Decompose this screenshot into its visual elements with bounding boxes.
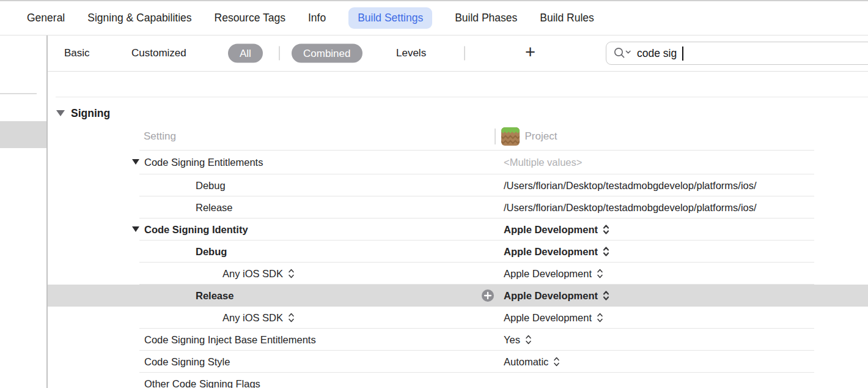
up-down-chevrons-icon[interactable] (525, 334, 532, 345)
column-divider (495, 129, 496, 144)
editor-pane: + code sig BasicCustomizedAllCombinedLev… (48, 35, 868, 388)
up-down-chevrons-icon[interactable] (597, 312, 603, 323)
build-settings-toolbar: + code sig BasicCustomizedAllCombinedLev… (48, 35, 868, 72)
toolbar-separator (279, 47, 280, 61)
up-down-chevrons-icon[interactable] (288, 268, 295, 279)
tab-build-phases[interactable]: Build Phases (455, 12, 517, 24)
up-down-chevrons-icon[interactable] (603, 224, 609, 235)
filter-all[interactable]: All (228, 44, 263, 63)
setting-label: Other Code Signing Flags (144, 378, 260, 388)
tab-signing-capabilities[interactable]: Signing & Capabilities (87, 12, 191, 24)
setting-value[interactable]: Apple Development (504, 246, 598, 258)
table-row[interactable]: Release /Users/florian/Desktop/testadmob… (48, 196, 868, 218)
search-input[interactable]: code sig (637, 47, 677, 60)
setting-label: Code Signing Inject Base Entitlements (144, 334, 316, 346)
setting-value[interactable]: Automatic (504, 356, 548, 368)
column-header-project-label: Project (525, 130, 557, 143)
setting-label: Code Signing Entitlements (144, 157, 263, 168)
settings-rows: Code Signing Entitlements <Multiple valu… (48, 150, 868, 388)
setting-value[interactable]: Apple Development (504, 224, 598, 236)
search-icon[interactable] (612, 47, 632, 60)
setting-value[interactable]: Yes (504, 334, 520, 346)
tab-bar: GeneralSigning & CapabilitiesResource Ta… (0, 0, 868, 35)
project-app-icon (501, 127, 520, 146)
toolbar-separator (464, 47, 465, 61)
column-header-setting: Setting (144, 127, 176, 146)
table-row[interactable]: Debug /Users/florian/Desktop/testadmobgd… (48, 174, 868, 196)
setting-value[interactable]: /Users/florian/Desktop/testadmobgdevelop… (504, 202, 757, 214)
setting-value[interactable]: Apple Development (504, 290, 598, 302)
column-header-project: Project (495, 127, 557, 146)
setting-label: Any iOS SDK (223, 268, 283, 280)
build-settings-table: Signing Setting Project (48, 72, 868, 388)
disclosure-triangle-icon[interactable] (132, 159, 139, 165)
plus-circle-icon[interactable] (482, 289, 494, 302)
section-header-signing[interactable]: Signing (56, 105, 110, 122)
tab-build-settings[interactable]: Build Settings (348, 7, 432, 29)
setting-value[interactable]: <Multiple values> (504, 157, 582, 168)
disclosure-triangle-icon[interactable] (132, 226, 139, 232)
setting-value[interactable]: Apple Development (504, 312, 592, 324)
tab-build-rules[interactable]: Build Rules (540, 12, 594, 24)
table-row[interactable]: Code Signing Style Automatic (48, 351, 868, 373)
setting-label: Debug (196, 246, 227, 258)
text-caret (682, 47, 683, 61)
setting-value[interactable]: /Users/florian/Desktop/testadmobgdevelop… (504, 180, 757, 192)
table-row[interactable]: Code Signing Inject Base Entitlements Ye… (48, 329, 868, 351)
setting-label: Code Signing Style (144, 356, 230, 368)
filter-basic[interactable]: Basic (64, 47, 90, 59)
table-row[interactable]: Code Signing Entitlements <Multiple valu… (48, 150, 868, 174)
section-divider (56, 97, 868, 97)
sidebar-divider (0, 93, 37, 94)
setting-label: Any iOS SDK (223, 312, 283, 324)
navigator-strip (0, 35, 48, 388)
setting-label: Release (196, 290, 234, 302)
setting-label: Code Signing Identity (144, 224, 248, 236)
up-down-chevrons-icon[interactable] (553, 356, 560, 367)
section-title: Signing (71, 107, 110, 120)
table-row[interactable]: Other Code Signing Flags (48, 373, 868, 388)
setting-label: Debug (196, 180, 226, 192)
add-build-setting-button[interactable]: + (525, 43, 535, 61)
setting-value[interactable]: Apple Development (504, 268, 592, 280)
table-row[interactable]: Debug Apple Development (48, 241, 868, 263)
tab-resource-tags[interactable]: Resource Tags (215, 12, 285, 24)
up-down-chevrons-icon[interactable] (603, 246, 609, 257)
setting-label: Release (196, 202, 233, 214)
search-field[interactable]: code sig (606, 42, 868, 65)
table-row[interactable]: Any iOS SDK Apple Development (48, 263, 868, 285)
tab-general[interactable]: General (27, 12, 65, 24)
filter-combined[interactable]: Combined (292, 44, 362, 63)
up-down-chevrons-icon[interactable] (597, 268, 603, 279)
filter-levels[interactable]: Levels (396, 47, 426, 59)
up-down-chevrons-icon[interactable] (288, 312, 295, 323)
disclosure-triangle-icon[interactable] (56, 110, 65, 116)
up-down-chevrons-icon[interactable] (603, 290, 609, 301)
sidebar-selected-item[interactable] (0, 121, 46, 148)
table-row[interactable]: Any iOS SDK Apple Development (48, 307, 868, 329)
filter-customized[interactable]: Customized (131, 47, 186, 59)
table-row[interactable]: Release Apple Development (48, 285, 868, 307)
main-area: + code sig BasicCustomizedAllCombinedLev… (0, 35, 868, 388)
tab-info[interactable]: Info (308, 12, 326, 24)
table-row[interactable]: Code Signing Identity Apple Development (48, 218, 868, 241)
